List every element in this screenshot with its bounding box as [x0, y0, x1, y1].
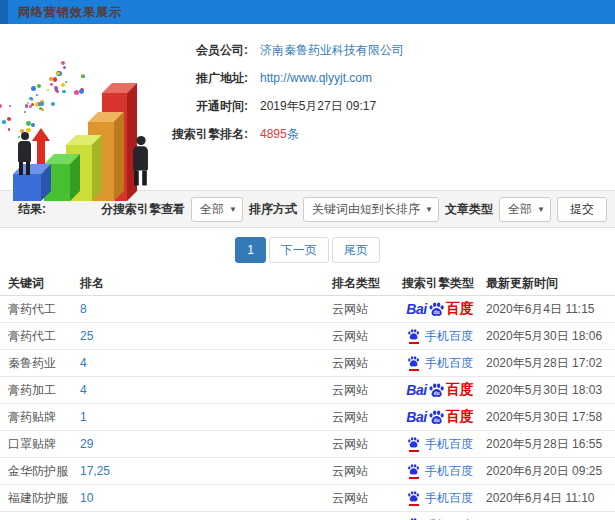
info-label: 搜索引擎排名: [160, 126, 248, 143]
keyword-cell: 金华防护服 [0, 463, 80, 480]
info-row: 推广地址:http://www.qlyyjt.com [160, 64, 605, 92]
title-bar-edge [0, 0, 8, 24]
baidu-mobile-logo: 手机百度 [407, 436, 473, 453]
info-row: 搜索引擎排名:4895条 [160, 120, 605, 148]
person-head [136, 136, 145, 145]
next-page[interactable]: 下一页 [269, 237, 329, 263]
info-label: 开通时间: [160, 98, 248, 115]
rank-link[interactable]: 1 [80, 410, 87, 424]
baidu-paw-icon [407, 328, 420, 341]
caret-down-icon: ▼ [537, 198, 545, 221]
bar-chart-bar [13, 174, 41, 201]
confetti-dot [39, 107, 42, 110]
baidu-paw-icon [407, 490, 420, 503]
confetti-dot [9, 105, 12, 108]
engine-filter-select[interactable]: 全部 ▼ [191, 197, 243, 222]
confetti-dot [50, 83, 53, 86]
keyword-cell: 膏药加工 [0, 382, 80, 399]
title-bar: 网络营销效果展示 [0, 0, 615, 24]
rank-cell: 17,25 [80, 464, 328, 478]
rank-link[interactable]: 4 [80, 356, 87, 370]
rank-cell: 10 [80, 491, 328, 505]
sort-filter-label: 排序方式 [249, 201, 297, 218]
confetti-dot [27, 102, 29, 104]
keyword-cell: 口罩贴牌 [0, 436, 80, 453]
engine-cell: 手机百度 [400, 463, 480, 480]
table-row: 手机百度 [0, 512, 615, 520]
person-body [133, 146, 148, 170]
rank-cell: 29 [80, 437, 328, 451]
growth-chart-clipart [0, 32, 180, 187]
rank-link[interactable]: 8 [80, 302, 87, 316]
leg [26, 162, 30, 175]
leg [134, 171, 139, 186]
table-row: 膏药加工4云网站Baidu百度2020年5月30日 18:03 [0, 377, 615, 404]
page-1[interactable]: 1 [235, 237, 266, 263]
table-row: 膏药贴牌1云网站Baidu百度2020年5月30日 17:58 [0, 404, 615, 431]
keyword-cell: 福建防护服 [0, 490, 80, 507]
rank-cell: 4 [80, 356, 328, 370]
confetti-dot [56, 90, 59, 93]
confetti-dot [2, 120, 6, 124]
confetti-dot [54, 86, 58, 90]
engine-cell: 手机百度 [400, 328, 480, 345]
table-row: 膏药代工25云网站手机百度2020年5月30日 18:06 [0, 323, 615, 350]
info-value-link[interactable]: 济南秦鲁药业科技有限公司 [260, 42, 404, 59]
baidu-paw-icon [407, 436, 420, 449]
rank-cell: 8 [80, 302, 328, 316]
info-label: 推广地址: [160, 70, 248, 87]
results-table: 关键词排名排名类型搜索引擎类型最新更新时间膏药代工8云网站Baidu百度2020… [0, 272, 615, 520]
confetti-dot [53, 77, 58, 82]
confetti-dot [36, 94, 38, 96]
page-title: 网络营销效果展示 [18, 4, 122, 21]
baidu-underline [409, 369, 419, 371]
leg [142, 171, 147, 186]
updated-cell: 2020年5月30日 18:03 [480, 382, 615, 399]
sort-filter-select[interactable]: 关键词由短到长排序 ▼ [303, 197, 439, 222]
confetti-dot [63, 66, 66, 69]
engine-cell: 手机百度 [400, 355, 480, 372]
confetti-dot [79, 89, 84, 94]
rank-type-cell: 云网站 [328, 355, 400, 372]
baidu-underline [409, 477, 419, 479]
person-body [18, 141, 31, 162]
table-row: 金华防护服17,25云网站手机百度2020年6月20日 09:25 [0, 458, 615, 485]
rank-count-number: 4895 [260, 127, 287, 141]
leg [19, 162, 23, 175]
updated-cell: 2020年6月4日 11:15 [480, 301, 615, 318]
baidu-underline [409, 342, 419, 344]
confetti-dot [25, 104, 28, 107]
table-row: 秦鲁药业4云网站手机百度2020年5月28日 17:02 [0, 350, 615, 377]
rank-link[interactable]: 10 [80, 491, 93, 505]
svg-text:du: du [433, 417, 439, 422]
keyword-cell: 膏药代工 [0, 301, 80, 318]
rank-link[interactable]: 29 [80, 437, 93, 451]
column-header: 搜索引擎类型 [400, 275, 480, 292]
confetti-dot [0, 104, 2, 108]
baidu-paw-icon [407, 463, 420, 476]
filter-controls: 分搜索引擎查看 全部 ▼ 排序方式 关键词由短到长排序 ▼ 文章类型 全部 ▼ … [101, 197, 607, 222]
person-legs [133, 171, 148, 186]
last-page[interactable]: 尾页 [332, 237, 380, 263]
info-value-link[interactable]: http://www.qlyyjt.com [260, 71, 372, 85]
confetti-dot [39, 102, 43, 106]
type-filter-label: 文章类型 [445, 201, 493, 218]
confetti-dot [31, 99, 33, 101]
confetti-dot [24, 111, 27, 114]
engine-cell: 手机百度 [400, 517, 480, 520]
confetti-dot [61, 83, 65, 87]
rank-link[interactable]: 17,25 [80, 464, 110, 478]
confetti-dot [31, 103, 34, 106]
updated-cell: 2020年5月30日 17:58 [480, 409, 615, 426]
baidu-pc-logo: Baidu百度 [406, 381, 473, 399]
keyword-cell: 秦鲁药业 [0, 355, 80, 372]
sort-filter-value: 关键词由短到长排序 [312, 202, 420, 216]
confetti-dot [61, 61, 65, 65]
updated-cell: 2020年5月28日 16:55 [480, 436, 615, 453]
rank-link[interactable]: 4 [80, 383, 87, 397]
type-filter-select[interactable]: 全部 ▼ [499, 197, 551, 222]
rank-link[interactable]: 25 [80, 329, 93, 343]
updated-cell: 2020年6月4日 11:10 [480, 490, 615, 507]
submit-button[interactable]: 提交 [557, 197, 607, 222]
baidu-mobile-logo: 手机百度 [407, 355, 473, 372]
